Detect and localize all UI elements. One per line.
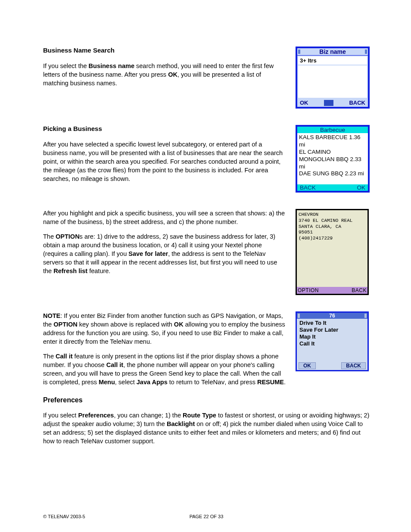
softkey-back[interactable]: BACK xyxy=(300,184,316,191)
phone-input-field[interactable]: 3+ ltrs xyxy=(298,56,367,65)
menu-call-it[interactable]: Call It xyxy=(299,340,365,347)
footer: © TELENAV 2003-5 PAGE 22 OF 33 xyxy=(43,514,370,519)
para-business-name-search: If you select the Business name search m… xyxy=(43,62,286,87)
phone-detail-body: CHEVRON 3740 EL CAMINO REAL SANTA CLARA,… xyxy=(297,210,367,287)
softkey-ok[interactable]: OK xyxy=(300,100,308,106)
softkey-option[interactable]: OPTION xyxy=(298,287,319,293)
para-preferences: If you select Preferences, you can chang… xyxy=(43,411,370,445)
phone-title: Biz name xyxy=(297,48,368,56)
softkey-ok[interactable]: OK xyxy=(299,362,316,369)
phone-list-title: Barbecue xyxy=(297,127,368,133)
softkey-back[interactable]: BACK xyxy=(341,362,366,369)
menu-map-it[interactable]: Map It xyxy=(299,333,365,340)
phone-menu-title: 76 xyxy=(297,313,367,319)
para-picking-business: After you have selected a specific lowes… xyxy=(43,140,286,183)
para-call-it: The Call it feature is only present in t… xyxy=(43,352,286,387)
para-options: The OPTIONs are: 1) drive to the address… xyxy=(43,232,286,275)
softkey-back[interactable]: BACK xyxy=(352,287,367,293)
para-highlight-business: After you highlight and pick a specific … xyxy=(43,209,286,226)
page: Business Name Search If you select the B… xyxy=(0,0,411,532)
phone-body xyxy=(298,65,367,98)
heading-business-name-search: Business Name Search xyxy=(43,47,286,54)
phone-list-body[interactable]: KALS BARBECUE 1.36 mi EL CAMINO MONGOLIA… xyxy=(297,133,368,184)
heading-preferences: Preferences xyxy=(43,396,370,404)
para-note: NOTE: If you enter Biz Finder from anoth… xyxy=(43,311,286,346)
phone-business-detail: CHEVRON 3740 EL CAMINO REAL SANTA CLARA,… xyxy=(296,209,369,295)
softkey-ok[interactable]: OK xyxy=(357,184,365,191)
footer-page-number: PAGE 22 OF 33 xyxy=(43,514,370,519)
softkey-middle-icon[interactable] xyxy=(324,100,333,106)
phone-biz-name-input: Biz name 3+ ltrs OK BACK xyxy=(296,47,370,109)
phone-business-list: Barbecue KALS BARBECUE 1.36 mi EL CAMINO… xyxy=(296,125,370,193)
softkey-back[interactable]: BACK xyxy=(349,100,365,106)
phone-options-menu: 76 Drive To It Save For Later Map It Cal… xyxy=(296,311,369,371)
heading-picking-business: Picking a Business xyxy=(43,125,286,132)
menu-drive-to-it[interactable]: Drive To It xyxy=(299,320,365,326)
menu-save-for-later[interactable]: Save For Later xyxy=(299,327,365,333)
